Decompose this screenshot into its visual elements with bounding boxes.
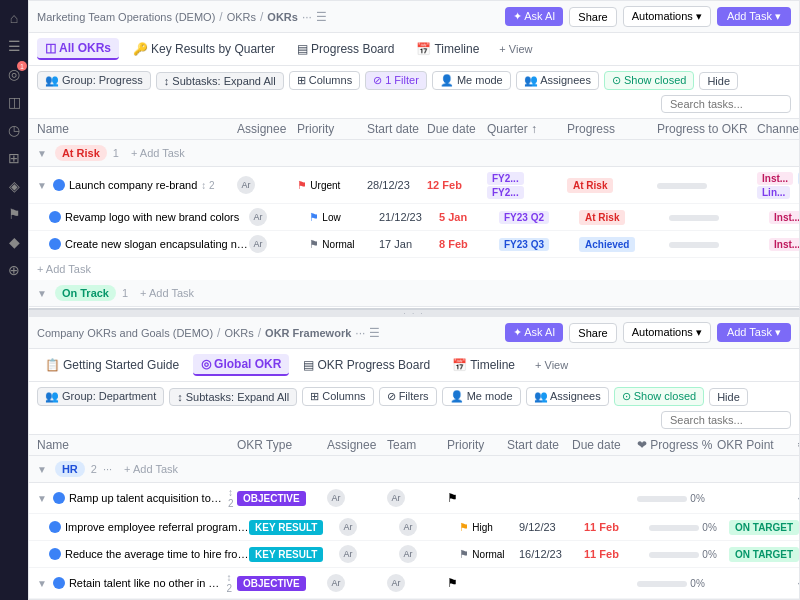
filter-me-mode[interactable]: 👤 Me mode	[432, 71, 511, 90]
breadcrumb-marketing[interactable]: Marketing Team Operations (DEMO)	[37, 11, 215, 23]
breadcrumb-okrs-p2[interactable]: OKRs	[224, 327, 253, 339]
sidebar-nav-icon[interactable]: ☰	[4, 36, 24, 56]
task-name-revamp[interactable]: Revamp logo with new brand colors	[49, 211, 249, 223]
task-name-referral[interactable]: Improve employee referral program share …	[49, 521, 249, 533]
task-name-launch[interactable]: ▼ Launch company re-brand ↕ 2	[37, 179, 237, 191]
filter-assignees[interactable]: 👥 Assignees	[516, 71, 599, 90]
tab-timeline-p2[interactable]: 📅 Timeline	[444, 355, 523, 375]
pane2-table-header: Name OKR Type Assignee Team Priority Sta…	[29, 435, 799, 456]
group-hr-chevron[interactable]: ▼	[37, 464, 47, 475]
filter-hide[interactable]: Hide	[699, 72, 738, 90]
task-more[interactable]: ···	[797, 491, 799, 505]
breadcrumb-framework[interactable]: OKR Framework	[265, 327, 351, 339]
quarter-tag: FY2...	[487, 186, 524, 199]
filter-assignees-p2[interactable]: 👥 Assignees	[526, 387, 609, 406]
task-name-hire[interactable]: Reduce the average time to hire from 45 …	[49, 548, 249, 560]
filter-subtasks-p2[interactable]: ↕ Subtasks: Expand All	[169, 388, 297, 406]
sidebar-plus-icon[interactable]: ⊕	[4, 260, 24, 280]
group-at-risk-add[interactable]: + Add Task	[131, 147, 185, 159]
okr-type-badge: KEY RESULT	[249, 547, 323, 562]
task-okr-type: OBJECTIVE	[237, 491, 327, 505]
more-icon[interactable]: ···	[797, 576, 799, 590]
table-row: ▼ Ramp up talent acquisition to strength…	[29, 483, 799, 514]
filter-filter[interactable]: ⊘ 1 Filter	[365, 71, 427, 90]
filter-show-closed[interactable]: ⊙ Show closed	[604, 71, 694, 90]
tab-progress-board[interactable]: ▤ Progress Board	[289, 39, 402, 59]
breadcrumb-company[interactable]: Company OKRs and Goals (DEMO)	[37, 327, 213, 339]
more-icon[interactable]: ···	[797, 491, 799, 505]
task-name-ramp[interactable]: ▼ Ramp up talent acquisition to strength…	[37, 487, 237, 509]
table-row: Improve employee referral program share …	[29, 514, 799, 541]
group-hr-add[interactable]: + Add Task	[124, 463, 178, 475]
expand-icon[interactable]: ▼	[37, 493, 47, 504]
group-hr-dots[interactable]: ···	[103, 463, 112, 475]
tab-global-okr[interactable]: ◎ Global OKR	[193, 354, 289, 376]
filter-filters-p2[interactable]: ⊘ Filters	[379, 387, 437, 406]
col-team: Team	[387, 438, 447, 452]
sidebar-clock-icon[interactable]: ◷	[4, 120, 24, 140]
sidebar-notifications-icon[interactable]: ◎ 1	[4, 64, 24, 84]
breadcrumb-okrs[interactable]: OKRs	[227, 11, 256, 23]
filter-columns-p2[interactable]: ⊞ Columns	[302, 387, 373, 406]
sidebar-diamond-icon[interactable]: ◆	[4, 232, 24, 252]
automations-button[interactable]: Automations ▾	[623, 6, 711, 27]
sidebar-views-icon[interactable]: ◫	[4, 92, 24, 112]
progress-bar	[657, 183, 707, 189]
tab-key-results[interactable]: 🔑 Key Results by Quarter	[125, 39, 283, 59]
filter-group[interactable]: 👥 Group: Progress	[37, 71, 151, 90]
task-more[interactable]: ···	[797, 576, 799, 590]
task-status: At Risk	[579, 210, 669, 224]
breadcrumb-okrs2[interactable]: OKRs	[267, 11, 298, 23]
task-due: 12 Feb	[427, 179, 487, 191]
filter-columns[interactable]: ⊞ Columns	[289, 71, 360, 90]
tab-getting-started[interactable]: 📋 Getting Started Guide	[37, 355, 187, 375]
priority-icon: ⚑	[309, 238, 319, 250]
sidebar-flag-icon[interactable]: ⚑	[4, 204, 24, 224]
sidebar-home-icon[interactable]: ⌂	[4, 8, 24, 28]
tab-add-view-p2[interactable]: + View	[529, 356, 574, 374]
expand-icon[interactable]: ▼	[37, 180, 47, 191]
add-task-row[interactable]: + Add Task	[29, 258, 799, 280]
group-on-track-add[interactable]: + Add Task	[140, 287, 194, 299]
sidebar-checklist-icon[interactable]: ◈	[4, 176, 24, 196]
pane1-table-header: Name Assignee Priority Start date Due da…	[29, 119, 799, 140]
ask-ai-button[interactable]: ✦ Ask AI	[505, 7, 564, 26]
add-task-button-p2[interactable]: Add Task ▾	[717, 323, 791, 342]
task-priority-p2: ⚑ High	[459, 520, 519, 534]
ask-ai-button-p2[interactable]: ✦ Ask AI	[505, 323, 564, 342]
tab-all-okrs[interactable]: ◫ All OKRs	[37, 38, 119, 60]
automations-button-p2[interactable]: Automations ▾	[623, 322, 711, 343]
task-name-retain[interactable]: ▼ Retain talent like no other in our ind…	[37, 572, 237, 594]
filter-group-p2[interactable]: 👥 Group: Department	[37, 387, 164, 406]
share-button-p2[interactable]: Share	[569, 323, 616, 343]
search-input[interactable]	[661, 95, 791, 113]
hamburger-icon[interactable]: ☰	[316, 10, 327, 24]
tab-okr-progress[interactable]: ▤ OKR Progress Board	[295, 355, 438, 375]
group-hr-badge: HR	[55, 461, 85, 477]
search-input-p2[interactable]	[661, 411, 791, 429]
add-task-button[interactable]: Add Task ▾	[717, 7, 791, 26]
filter-hide-p2[interactable]: Hide	[709, 388, 748, 406]
share-button[interactable]: Share	[569, 7, 616, 27]
filter-me-mode-p2[interactable]: 👤 Me mode	[442, 387, 521, 406]
more-icon[interactable]: ···	[302, 10, 312, 24]
col-okr-type: OKR Type	[237, 438, 327, 452]
pane1-content: ▼ At Risk 1 + Add Task ▼ Launch company …	[29, 140, 799, 308]
avatar: Ar	[339, 545, 357, 563]
more-icon-p2[interactable]: ···	[355, 326, 365, 340]
table-row: Reduce the average time to hire from 45 …	[29, 541, 799, 568]
filter-show-closed-p2[interactable]: ⊙ Show closed	[614, 387, 704, 406]
group-at-risk-chevron[interactable]: ▼	[37, 148, 47, 159]
expand-icon[interactable]: ▼	[37, 578, 47, 589]
group-at-risk-badge: At Risk	[55, 145, 107, 161]
sidebar: ⌂ ☰ ◎ 1 ◫ ◷ ⊞ ◈ ⚑ ◆ ⊕	[0, 0, 28, 600]
hamburger-icon-p2[interactable]: ☰	[369, 326, 380, 340]
tab-timeline[interactable]: 📅 Timeline	[408, 39, 487, 59]
task-name-slogan[interactable]: Create new slogan encapsulating new ...	[49, 238, 249, 250]
filter-subtasks[interactable]: ↕ Subtasks: Expand All	[156, 72, 284, 90]
group-hr-header: ▼ HR 2 ··· + Add Task	[29, 456, 799, 483]
group-on-track-chevron[interactable]: ▼	[37, 288, 47, 299]
notification-badge: 1	[17, 61, 27, 71]
sidebar-grid-icon[interactable]: ⊞	[4, 148, 24, 168]
tab-add-view[interactable]: + View	[493, 40, 538, 58]
